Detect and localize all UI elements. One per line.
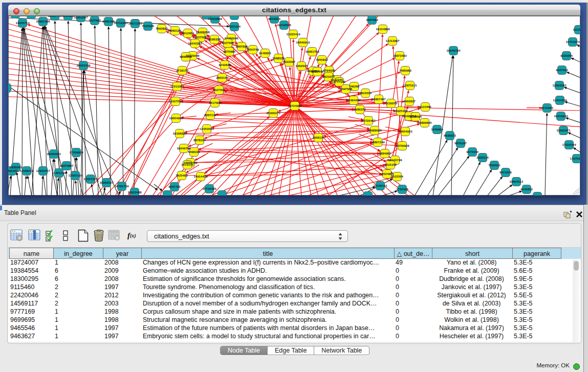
svg-text:12213967: 12213967 [385,39,400,42]
svg-text:9890966: 9890966 [180,55,192,58]
svg-text:7357224: 7357224 [228,25,241,28]
svg-text:9115460: 9115460 [419,105,431,108]
svg-text:1112552: 1112552 [573,28,580,31]
svg-text:7955812: 7955812 [316,58,328,61]
svg-text:17359924: 17359924 [69,150,83,154]
svg-text:9146821: 9146821 [259,51,271,55]
svg-text:14914479: 14914479 [193,174,208,178]
svg-text:20691406: 20691406 [36,19,50,23]
svg-text:9327505: 9327505 [194,35,207,39]
svg-text:12353594: 12353594 [200,127,214,130]
svg-text:9875685: 9875685 [223,50,235,53]
svg-text:2867608: 2867608 [235,45,248,48]
svg-text:9463627: 9463627 [403,99,416,103]
svg-text:1527602: 1527602 [89,18,101,22]
svg-text:10025438: 10025438 [394,109,408,113]
svg-text:1362615: 1362615 [295,64,308,68]
svg-text:19654925: 19654925 [169,116,183,120]
svg-text:10973493: 10973493 [393,54,407,57]
svg-text:9242848: 9242848 [219,63,231,67]
svg-text:7485063: 7485063 [399,69,411,72]
svg-text:10688609: 10688609 [367,128,382,132]
svg-text:7632621: 7632621 [488,163,500,167]
svg-text:11451194: 11451194 [52,171,66,174]
svg-text:2935114: 2935114 [476,156,489,159]
svg-text:8454749: 8454749 [247,48,259,51]
svg-text:16961758: 16961758 [305,50,319,53]
svg-text:10107554: 10107554 [168,99,183,103]
svg-text:16154808: 16154808 [376,27,390,31]
svg-text:16033809: 16033809 [208,17,222,20]
svg-text:8267110: 8267110 [204,113,216,117]
svg-text:16640910: 16640910 [296,40,310,44]
svg-text:1958137: 1958137 [312,136,324,139]
svg-text:10958107: 10958107 [99,181,114,184]
svg-text:6216070: 6216070 [385,101,397,105]
svg-text:10654112: 10654112 [510,180,524,183]
svg-text:9617008: 9617008 [209,101,221,104]
svg-text:11675331: 11675331 [570,157,580,160]
svg-text:7515526: 7515526 [142,24,154,28]
svg-text:6497568: 6497568 [340,87,352,91]
svg-text:12942757: 12942757 [36,169,50,172]
svg-text:14136141: 14136141 [373,184,387,187]
svg-text:8322037: 8322037 [283,60,295,63]
svg-text:17016504: 17016504 [562,143,576,146]
svg-text:3824554: 3824554 [359,91,372,95]
svg-text:8878334: 8878334 [193,138,206,142]
svg-text:19166829: 19166829 [172,132,187,135]
svg-text:10719185: 10719185 [114,21,128,25]
svg-text:8938923: 8938923 [444,134,456,137]
svg-text:16210643: 16210643 [554,114,568,118]
svg-text:25300275: 25300275 [266,111,280,115]
svg-text:17460046: 17460046 [224,36,238,40]
svg-text:17957225: 17957225 [83,177,98,181]
svg-text:9245652: 9245652 [520,187,533,191]
svg-text:20364436: 20364436 [346,98,361,102]
svg-text:8912954: 8912954 [182,31,194,35]
svg-text:6794028: 6794028 [323,69,335,72]
svg-text:9777169: 9777169 [333,80,345,83]
svg-text:18391760: 18391760 [48,16,62,17]
svg-text:7625402: 7625402 [176,173,188,177]
svg-text:9886890: 9886890 [62,16,74,17]
svg-text:15751074: 15751074 [565,40,580,43]
svg-text:16671355: 16671355 [128,21,142,25]
svg-text:9884067: 9884067 [379,151,391,155]
svg-text:1835061: 1835061 [10,165,22,169]
svg-text:7986372: 7986372 [354,107,366,111]
svg-text:10899695: 10899695 [418,121,432,124]
svg-text:18807249: 18807249 [371,140,385,144]
svg-text:15692971: 15692971 [556,128,571,132]
svg-text:8186328: 8186328 [208,37,221,41]
svg-text:15720407: 15720407 [361,119,376,122]
svg-text:15716485: 15716485 [202,187,216,190]
svg-text:1573174: 1573174 [181,163,193,166]
svg-text:1733426: 1733426 [396,187,408,191]
svg-text:16120746: 16120746 [388,158,402,162]
svg-text:29053346: 29053346 [76,63,91,67]
svg-text:9329965: 9329965 [560,54,573,57]
svg-text:2718170: 2718170 [176,69,188,72]
svg-text:16782759: 16782759 [115,184,129,188]
svg-text:12213387: 12213387 [170,84,184,88]
svg-text:12923488: 12923488 [127,190,142,194]
svg-text:12505135: 12505135 [68,173,82,177]
svg-text:10653267: 10653267 [74,16,88,19]
svg-text:9698684: 9698684 [409,115,422,118]
svg-text:1588520: 1588520 [272,56,285,60]
svg-text:20206563: 20206563 [47,152,61,156]
svg-text:9657791: 9657791 [168,185,181,188]
svg-text:2087682: 2087682 [366,18,378,21]
svg-text:12975115: 12975115 [403,83,417,87]
svg-text:8813054: 8813054 [268,17,280,20]
svg-text:20975887: 20975887 [59,164,74,167]
svg-text:9227342: 9227342 [556,68,568,72]
svg-text:19218506: 19218506 [277,23,291,27]
svg-text:16648784: 16648784 [446,49,461,52]
svg-text:6466160: 6466160 [102,19,115,23]
svg-text:9474444: 9474444 [466,150,478,154]
svg-text:8215955: 8215955 [541,106,553,110]
svg-text:7663822: 7663822 [156,27,168,30]
svg-text:9660128: 9660128 [169,29,181,32]
